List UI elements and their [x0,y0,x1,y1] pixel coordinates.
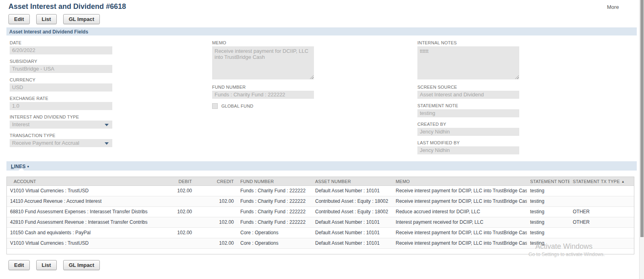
column-header-asset-number[interactable]: ASSET NUMBER [312,177,392,186]
cell-debit: 102.00 [173,186,195,196]
column-header-fund-number[interactable]: FUND NUMBER [237,177,312,186]
global-fund-field: GLOBAL FUND [212,103,314,109]
gl-impact-button[interactable]: GL Impact [63,14,100,24]
cell-statement-note: testing [527,196,570,207]
interest-and-dividend-type-field-group: INTEREST AND DIVIDEND TYPEInterest [10,115,112,129]
cell-account: 42810 Fund Assessment Revenue : Interass… [7,217,173,228]
cell-statement-note: testing [527,228,570,238]
cell-debit [173,238,195,249]
currency-field-group: CURRENCYUSD [10,77,112,92]
scrollbar-thumb[interactable] [640,0,644,237]
edit-button[interactable]: Edit [8,260,30,270]
lines-table: ACCOUNTDEBITCREDITFUND NUMBERASSET NUMBE… [7,177,634,249]
lines-table-container: ACCOUNTDEBITCREDITFUND NUMBERASSET NUMBE… [6,177,634,254]
vertical-scrollbar[interactable] [639,0,644,279]
cell-debit: 102.00 [173,207,195,217]
field-label: STATEMENT NOTE [417,103,519,108]
screen-source-field-group: SCREEN SOURCEAsset Interest and Dividend [417,85,519,99]
cell-asset-number: Default Asset Number : 10101 [312,238,392,249]
cell-account: 10150 Cash and equivalents : PayPal [7,228,173,238]
cell-fund-number: Core : Operations [237,238,312,249]
created-by-field-group: CREATED BYJency Nidhin [417,122,519,136]
subsidiary-field: TrustBridge - USA [10,65,112,73]
cell-statement-tx-type [570,238,634,249]
last-modified-by-field-group: LAST MODIFIED BYJency Nidhin [417,140,519,154]
field-label: GLOBAL FUND [221,104,253,108]
cell-statement-tx-type [570,186,634,196]
resize-grip-icon [310,75,314,79]
lines-tab-notch [19,168,24,171]
field-label: MEMO [212,40,314,45]
cell-statement-tx-type [570,196,634,207]
cell-memo: Reduce accrued interest for DCIIP, LLC [392,207,527,217]
field-label: SCREEN SOURCE [417,85,519,90]
lines-tab-bullet: • [27,164,29,169]
field-label: DATE [10,40,112,45]
cell-statement-note: testing [527,217,570,228]
resize-grip-icon [515,75,519,79]
column-header-account[interactable]: ACCOUNT [7,177,173,186]
gl-impact-button[interactable]: GL Impact [63,260,100,270]
transaction-type-field: Receive Payment for Accrual [10,139,112,147]
cell-statement-tx-type [570,228,634,238]
cell-credit [195,186,237,196]
field-label: TRANSACTION TYPE [10,133,112,138]
fund-number-field: Funds : Charity Fund : 222222 [212,91,314,99]
column-header-memo[interactable]: MEMO [392,177,527,186]
cell-fund-number: Funds : Charity Fund : 222222 [237,217,312,228]
field-label: FUND NUMBER [212,85,314,90]
cell-credit [195,228,237,238]
table-row: 42810 Fund Assessment Revenue : Interass… [7,217,634,228]
interest-and-dividend-type-field: Interest [10,121,112,129]
record-page: Asset Interest and Dividend #6618 More E… [0,0,644,279]
table-row: 68810 Fund Assessment Expenses : Interas… [7,207,634,217]
sort-ascending-icon: ▲ [621,180,625,183]
exchange-rate-field-group: EXCHANGE RATE1.0 [10,96,112,110]
cell-asset-number: Contributed Asset : Equity : 18002 [312,196,392,207]
fields-section-header: Asset Interest and Dividend Fields [6,27,637,35]
cell-credit: 102.00 [195,196,237,207]
lines-tab[interactable]: LINES• [6,161,29,171]
cell-asset-number: Contributed Asset : Equity : 18002 [312,207,392,217]
edit-button[interactable]: Edit [8,14,30,24]
list-button[interactable]: List [36,260,57,270]
field-label: CREATED BY [417,122,519,127]
internal-notes-field: tttttt [417,46,519,79]
more-link[interactable]: More [607,4,619,10]
global-fund-checkbox [212,103,218,109]
cell-asset-number: Default Asset Number : 10101 [312,217,392,228]
dropdown-arrow-icon [105,124,109,126]
cell-memo: Interest payment received for DCIIP, LLC [392,217,527,228]
list-button[interactable]: List [36,14,57,24]
cell-credit: 102.00 [195,238,237,249]
screen-source-field: Asset Interest and Dividend [417,91,519,99]
column-header-statement-tx-type[interactable]: STATEMENT TX TYPE▲ [570,177,634,186]
field-label: EXCHANGE RATE [10,96,112,101]
last-modified-by-field: Jency Nidhin [417,146,519,154]
field-label: SUBSIDIARY [10,59,112,64]
column-header-credit[interactable]: CREDIT [195,177,237,186]
page-title: Asset Interest and Dividend #6618 [8,2,126,11]
statement-note-field: testing [417,109,519,117]
cell-account: 68810 Fund Assessment Expenses : Interas… [7,207,173,217]
field-label: CURRENCY [10,77,112,82]
bottom-toolbar: EditListGL Impact [8,260,100,270]
fund-number-field-group: FUND NUMBERFunds : Charity Fund : 222222 [212,85,314,99]
cell-memo: Receive interest payment for DCIIP, LLC … [392,196,527,207]
date-field-group: DATE6/20/2022 [10,40,112,54]
cell-memo: Receive interest payment for DCIIP, LLC … [392,238,527,249]
cell-fund-number: Funds : Charity Fund : 222222 [237,186,312,196]
date-field: 6/20/2022 [10,46,112,54]
cell-statement-note: testing [527,207,570,217]
field-label: LAST MODIFIED BY [417,140,519,145]
cell-debit: 102.00 [173,228,195,238]
memo-field-group: MEMOReceive interest payment for DCIIP, … [212,40,314,79]
cell-statement-note: testing [527,186,570,196]
form-column-middle: MEMOReceive interest payment for DCIIP, … [212,40,314,113]
column-header-debit[interactable]: DEBIT [173,177,195,186]
form-column-right: INTERNAL NOTESttttttSCREEN SOURCEAsset I… [417,40,519,159]
currency-field: USD [10,83,112,92]
column-header-statement-note[interactable]: STATEMENT NOTE [527,177,570,186]
memo-field: Receive interest payment for DCIIP, LLC … [212,46,314,79]
cell-statement-tx-type: OTHER [570,217,634,228]
